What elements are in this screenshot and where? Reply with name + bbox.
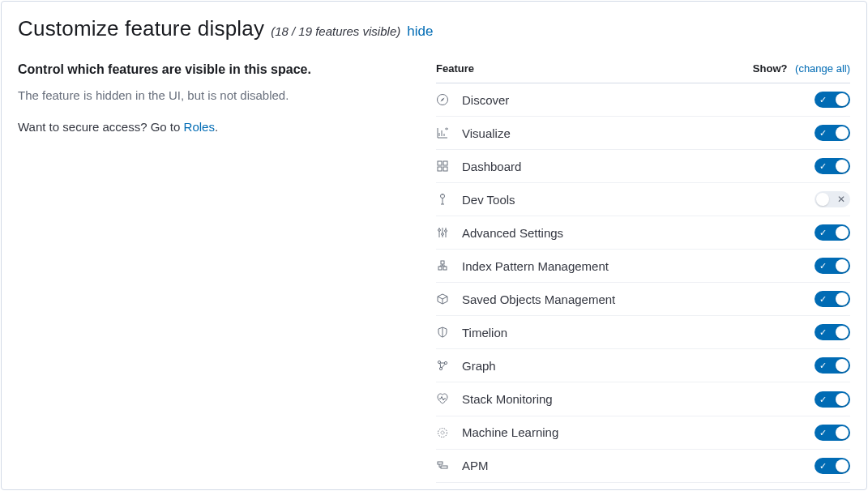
- check-icon: ✓: [819, 295, 827, 304]
- svg-rect-17: [438, 462, 443, 464]
- svg-point-15: [441, 431, 444, 434]
- col-show: Show? (change all): [753, 62, 850, 83]
- svg-rect-4: [443, 167, 447, 171]
- svg-point-8: [445, 230, 447, 233]
- toggle-index-pattern-management[interactable]: ✓: [815, 258, 850, 274]
- hide-link[interactable]: hide: [407, 23, 433, 40]
- svg-point-12: [438, 361, 440, 364]
- feature-row-graph: Graph✓: [436, 349, 850, 382]
- ml-icon: [436, 416, 459, 449]
- svg-point-7: [442, 233, 444, 236]
- toggle-knob: [836, 426, 849, 439]
- feature-row-apm: APM✓: [436, 449, 850, 482]
- toggle-knob: [836, 326, 849, 339]
- svg-point-16: [438, 428, 447, 437]
- change-all-link[interactable]: (change all): [795, 62, 850, 75]
- toggle-knob: [836, 259, 849, 272]
- toggle-discover[interactable]: ✓: [815, 92, 850, 108]
- feature-row-index-pattern-management: Index Pattern Management✓: [436, 250, 850, 283]
- svg-rect-10: [443, 267, 447, 270]
- sliders-icon: [436, 216, 459, 250]
- toggle-apm[interactable]: ✓: [815, 458, 850, 474]
- feature-row-dev-tools: Dev Tools✕: [436, 183, 850, 216]
- secure-access-text: Want to secure access? Go to Roles.: [18, 120, 407, 134]
- feature-row-saved-objects-management: Saved Objects Management✓: [436, 283, 850, 316]
- feature-label: Dev Tools: [459, 183, 753, 216]
- feature-label: Timelion: [459, 316, 753, 349]
- check-icon: ✓: [819, 328, 827, 337]
- svg-point-6: [438, 229, 441, 232]
- left-column: Control which features are visible in th…: [18, 62, 407, 134]
- secure-prefix: Want to secure access? Go to: [18, 120, 184, 134]
- x-icon: ✕: [837, 194, 845, 204]
- feature-label: Machine Learning: [459, 416, 753, 449]
- toggle-machine-learning[interactable]: ✓: [815, 425, 850, 441]
- feature-label: Index Pattern Management: [459, 250, 753, 283]
- toggle-knob: [836, 93, 849, 106]
- check-icon: ✓: [819, 428, 827, 437]
- feature-row-advanced-settings: Advanced Settings✓: [436, 216, 850, 250]
- feature-label: Discover: [459, 83, 753, 117]
- cube-icon: [436, 283, 459, 316]
- feature-table-wrap: Feature Show? (change all) Discover✓Visu…: [436, 62, 850, 482]
- toggle-knob: [836, 126, 849, 139]
- heartbeat-icon: [436, 382, 459, 416]
- feature-table: Feature Show? (change all) Discover✓Visu…: [436, 62, 850, 482]
- svg-rect-1: [438, 161, 442, 165]
- dashboard-icon: [436, 150, 459, 183]
- toggle-knob: [836, 292, 849, 305]
- toggle-timelion[interactable]: ✓: [815, 324, 850, 340]
- description: The feature is hidden in the UI, but is …: [18, 88, 407, 102]
- feature-label: Stack Monitoring: [459, 382, 753, 416]
- compass-icon: [436, 83, 459, 117]
- svg-rect-3: [438, 167, 442, 171]
- feature-row-stack-monitoring: Stack Monitoring✓: [436, 382, 850, 416]
- subtitle: Control which features are visible in th…: [18, 62, 407, 77]
- check-icon: ✓: [819, 395, 827, 403]
- wrench-icon: [436, 183, 459, 216]
- roles-link[interactable]: Roles: [184, 120, 215, 134]
- feature-row-machine-learning: Machine Learning✓: [436, 416, 850, 449]
- check-icon: ✓: [819, 262, 827, 271]
- apm-icon: [436, 449, 459, 482]
- toggle-knob: [816, 193, 829, 206]
- toggle-dashboard[interactable]: ✓: [815, 158, 850, 174]
- toggle-advanced-settings[interactable]: ✓: [815, 224, 850, 241]
- feature-label: Graph: [459, 349, 753, 382]
- feature-counter: (18 / 19 features visible): [271, 24, 400, 38]
- col-show-label: Show?: [753, 62, 788, 75]
- check-icon: ✓: [819, 361, 827, 370]
- check-icon: ✓: [819, 228, 827, 237]
- svg-rect-11: [441, 261, 444, 264]
- check-icon: ✓: [819, 129, 827, 138]
- customize-feature-panel: Customize feature display (18 / 19 featu…: [1, 1, 867, 490]
- toggle-graph[interactable]: ✓: [815, 357, 850, 374]
- toggle-saved-objects-management[interactable]: ✓: [815, 291, 850, 307]
- toggle-knob: [836, 359, 849, 372]
- secure-suffix: .: [215, 120, 218, 134]
- feature-row-timelion: Timelion✓: [436, 316, 850, 349]
- feature-row-visualize: Visualize✓: [436, 117, 850, 150]
- toggle-knob: [836, 160, 849, 173]
- panel-title: Customize feature display: [18, 16, 264, 41]
- feature-label: Dashboard: [459, 150, 753, 183]
- feature-label: Visualize: [459, 117, 753, 150]
- index-icon: [436, 250, 459, 283]
- toggle-stack-monitoring[interactable]: ✓: [815, 391, 850, 408]
- bar-chart-icon: [436, 117, 459, 150]
- panel-header: Customize feature display (18 / 19 featu…: [18, 16, 850, 41]
- toggle-knob: [836, 459, 849, 472]
- svg-rect-2: [443, 161, 447, 165]
- feature-label: Advanced Settings: [459, 216, 753, 250]
- feature-row-discover: Discover✓: [436, 83, 850, 117]
- toggle-knob: [836, 226, 849, 239]
- graph-icon: [436, 349, 459, 382]
- check-icon: ✓: [819, 96, 827, 105]
- toggle-visualize[interactable]: ✓: [815, 125, 850, 141]
- svg-rect-9: [438, 267, 442, 270]
- shield-icon: [436, 316, 459, 349]
- feature-label: APM: [459, 449, 753, 482]
- feature-label: Saved Objects Management: [459, 283, 753, 316]
- check-icon: ✓: [819, 461, 827, 470]
- toggle-dev-tools[interactable]: ✕: [815, 191, 850, 207]
